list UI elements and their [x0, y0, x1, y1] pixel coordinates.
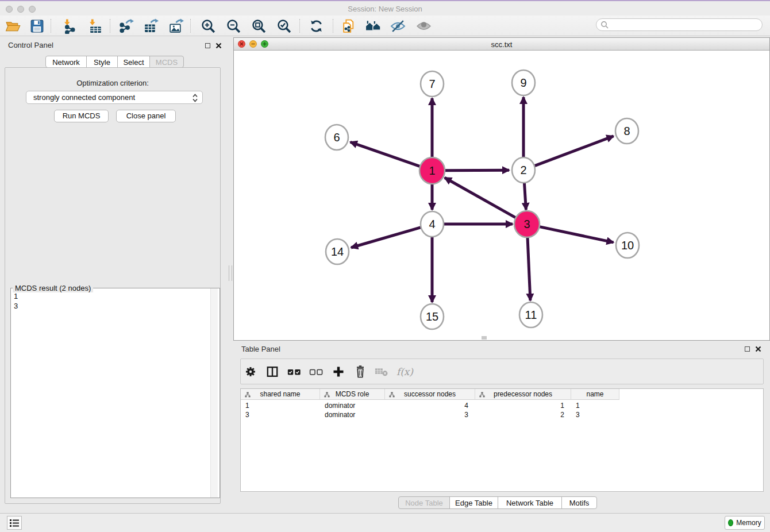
close-panel-icon[interactable] — [215, 43, 222, 49]
float-table-panel-icon[interactable] — [745, 346, 750, 352]
refresh-icon[interactable] — [307, 17, 325, 34]
optimization-criterion-label: Optimization criterion: — [5, 79, 221, 87]
mac-titlebar: Session: New Session — [0, 0, 770, 16]
table-cell[interactable]: 1 — [475, 401, 564, 410]
table-toolbar: f(x) — [240, 358, 764, 384]
graph-edge-1-2[interactable] — [444, 170, 509, 171]
graph-node-label: 11 — [525, 309, 537, 321]
export-image-icon[interactable] — [167, 17, 185, 34]
table-cell[interactable]: 1 — [576, 401, 619, 410]
column-header-shared-name[interactable]: shared name — [241, 389, 320, 400]
memory-button[interactable]: Memory — [725, 516, 765, 530]
column-header-successor-nodes[interactable]: successor nodes — [385, 389, 475, 400]
columns-icon[interactable] — [263, 363, 282, 380]
task-history-button[interactable] — [7, 516, 22, 530]
splitter-grip[interactable] — [229, 265, 232, 281]
show-details-icon[interactable] — [414, 17, 433, 34]
network-canvas[interactable]: 7968124314101511 — [234, 51, 769, 340]
close-table-panel-icon[interactable] — [755, 346, 761, 352]
network-window-titlebar: scc.txt — [234, 38, 769, 51]
graph-edge-2-3[interactable] — [524, 182, 526, 210]
table-tab-node-table[interactable]: Node Table — [398, 496, 450, 509]
network-graph: 7968124314101511 — [234, 51, 769, 340]
graph-edge-3-10[interactable] — [538, 226, 614, 242]
zoom-in-icon[interactable] — [199, 17, 217, 34]
mcds-result-values: 1 3 — [14, 291, 18, 311]
column-sort-icon — [389, 391, 395, 399]
table-tabs: Node TableEdge TableNetwork TableMotifs — [233, 496, 770, 509]
table-tab-network-table[interactable]: Network Table — [498, 496, 562, 509]
gear-icon[interactable] — [241, 363, 260, 380]
network-window-title: scc.txt — [234, 40, 769, 49]
add-icon[interactable] — [329, 363, 348, 380]
close-panel-button[interactable]: Close panel — [116, 110, 176, 122]
zoom-out-icon[interactable] — [224, 17, 242, 34]
deselect-all-icon[interactable] — [307, 363, 325, 380]
delete-icon[interactable] — [351, 363, 369, 380]
table-cell[interactable]: 1 — [245, 401, 320, 410]
toolbar-separator — [299, 19, 301, 33]
home-views-icon[interactable] — [364, 17, 382, 34]
save-icon[interactable] — [28, 17, 46, 34]
graph-node-label: 2 — [520, 164, 526, 176]
table-cell[interactable]: 4 — [385, 401, 468, 410]
graph-edge-3-11[interactable] — [528, 236, 530, 300]
toolbar-separator — [190, 19, 191, 33]
column-header-name[interactable]: name — [571, 389, 619, 400]
graph-node-label: 6 — [333, 131, 340, 144]
tab-select[interactable]: Select — [117, 56, 150, 68]
table-cell[interactable]: dominator — [325, 410, 385, 419]
svg-text:f(x): f(x) — [396, 366, 414, 377]
graph-edge-2-8[interactable] — [534, 136, 614, 166]
control-panel-title: Control Panel — [8, 41, 53, 49]
float-panel-icon[interactable] — [205, 43, 210, 48]
graph-edge-4-14[interactable] — [351, 228, 421, 248]
delete-table-icon — [372, 363, 391, 380]
column-header-MCDS-role[interactable]: MCDS role — [320, 389, 385, 400]
table-cell[interactable]: 3 — [385, 410, 468, 419]
table-cell[interactable]: dominator — [325, 401, 385, 410]
export-table-icon[interactable] — [141, 17, 160, 34]
graph-node-label: 8 — [623, 125, 630, 137]
tab-network[interactable]: Network — [45, 56, 87, 68]
table-cell[interactable]: 3 — [576, 410, 619, 419]
graph-node-label: 1 — [429, 164, 435, 177]
tab-style[interactable]: Style — [86, 56, 118, 68]
clone-network-icon[interactable] — [339, 17, 357, 34]
run-mcds-button[interactable]: Run MCDS — [54, 110, 109, 122]
graph-edge-1-6[interactable] — [351, 142, 422, 167]
tab-mcds[interactable]: MCDS — [149, 56, 184, 68]
criterion-dropdown[interactable]: strongly connected component — [26, 91, 203, 104]
memory-label: Memory — [736, 519, 761, 527]
graph-node-label: 10 — [621, 239, 634, 252]
node-table: shared nameMCDS rolesuccessor nodesprede… — [240, 388, 764, 492]
table-tab-edge-table[interactable]: Edge Table — [449, 496, 498, 509]
mcds-result-scrollbar[interactable] — [210, 288, 218, 498]
status-bar: Memory — [0, 513, 770, 532]
hide-details-icon[interactable] — [388, 17, 407, 34]
mcds-result-box — [10, 288, 220, 498]
table-cell[interactable]: 2 — [475, 410, 564, 419]
mcds-result-title: MCDS result (2 nodes) — [13, 284, 93, 292]
graph-node-label: 4 — [429, 218, 435, 230]
table-cell[interactable]: 3 — [245, 410, 320, 419]
graph-node-label: 7 — [429, 78, 435, 90]
table-tab-motifs[interactable]: Motifs — [561, 496, 597, 509]
graph-node-label: 3 — [523, 218, 530, 230]
search-input[interactable] — [596, 18, 763, 31]
zoom-selected-icon[interactable] — [275, 17, 293, 34]
graph-node-label: 14 — [331, 245, 344, 258]
column-sort-icon — [479, 391, 485, 399]
export-network-icon[interactable] — [117, 17, 135, 34]
zoom-fit-icon[interactable] — [249, 17, 268, 34]
toolbar-separator — [51, 19, 52, 33]
column-header-predecessor-nodes[interactable]: predecessor nodes — [475, 389, 571, 400]
control-panel-tabs: NetworkStyleSelectMCDS — [45, 56, 184, 68]
graph-edge-3-1[interactable] — [445, 178, 517, 218]
import-network-icon[interactable] — [60, 17, 79, 34]
column-sort-icon — [324, 391, 330, 399]
memory-status-dot — [728, 519, 733, 526]
select-all-icon[interactable] — [285, 363, 303, 380]
import-table-icon[interactable] — [86, 17, 105, 34]
open-file-icon[interactable] — [3, 17, 22, 34]
